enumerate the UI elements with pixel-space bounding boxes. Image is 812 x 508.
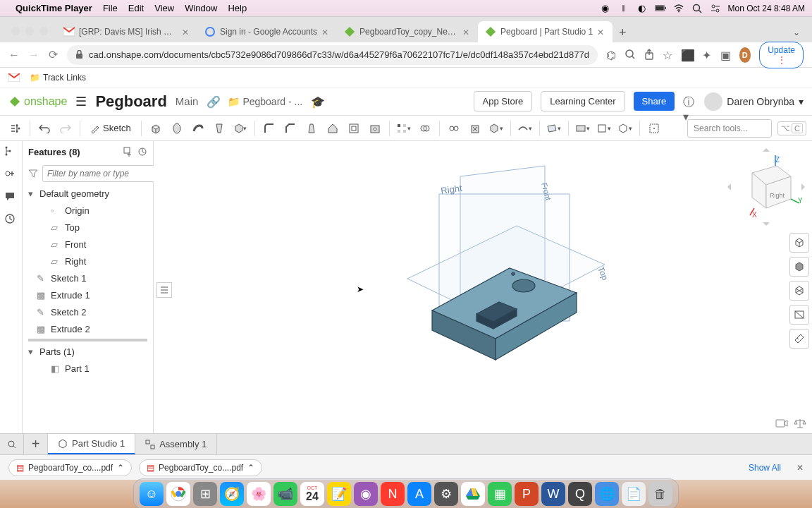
tab-close-icon[interactable]: ✕ bbox=[597, 28, 605, 36]
menu-help[interactable]: Help bbox=[228, 3, 247, 13]
view-measure-button[interactable] bbox=[789, 329, 809, 349]
dock-chrome[interactable] bbox=[166, 482, 190, 506]
dock-word[interactable]: W bbox=[541, 482, 565, 506]
active-app-name[interactable]: QuickTime Player bbox=[16, 3, 92, 13]
zoom-icon[interactable] bbox=[625, 49, 636, 61]
sketch-button[interactable]: Sketch bbox=[85, 120, 137, 136]
dock-quicktime[interactable]: Q bbox=[568, 482, 592, 506]
dock-numbers[interactable]: ▦ bbox=[488, 482, 512, 506]
chamfer-tool-icon[interactable] bbox=[281, 119, 300, 138]
tree-right-plane[interactable]: ▱ Right bbox=[23, 253, 153, 270]
tree-front-plane[interactable]: ▱ Front bbox=[23, 236, 153, 253]
link-icon[interactable]: 🔗 bbox=[207, 95, 219, 108]
dock-facetime[interactable]: 📹 bbox=[273, 482, 297, 506]
dock-podcasts[interactable]: ◉ bbox=[354, 482, 378, 506]
rail-add-icon[interactable] bbox=[4, 168, 18, 182]
tree-origin[interactable]: ◦ Origin bbox=[23, 202, 153, 219]
browser-update-button[interactable]: Update ⋮ bbox=[759, 42, 804, 68]
draft-tool-icon[interactable] bbox=[302, 119, 321, 138]
status-icon-3[interactable]: ◐ bbox=[636, 3, 648, 14]
bookmark-track-links[interactable]: 📁Track Links bbox=[30, 73, 86, 83]
browser-tab-2[interactable]: PegboardToy_copy_Newest_2 ✕ bbox=[337, 21, 478, 42]
view-shaded-button[interactable] bbox=[789, 257, 809, 277]
dock-safari[interactable]: 🧭 bbox=[220, 482, 244, 506]
view-section-button[interactable] bbox=[789, 305, 809, 325]
redo-button[interactable] bbox=[56, 119, 75, 138]
dock-launchpad[interactable]: ⊞ bbox=[193, 482, 217, 506]
frame-tool-icon[interactable]: ▾ bbox=[594, 119, 614, 138]
3d-model-view[interactable]: Right Front Top bbox=[386, 162, 626, 388]
filter-input[interactable] bbox=[42, 165, 159, 182]
view-iso-button[interactable] bbox=[789, 233, 809, 253]
panel-toggle-button[interactable] bbox=[156, 282, 172, 298]
dock-news[interactable]: N bbox=[381, 482, 405, 506]
modify-tool-icon[interactable]: ▾ bbox=[486, 119, 506, 138]
download-item-1[interactable]: ▤ PegboardToy_co....pdf ⌃ bbox=[8, 459, 132, 476]
delete-tool-icon[interactable] bbox=[465, 119, 485, 138]
tree-top-plane[interactable]: ▱ Top bbox=[23, 219, 153, 236]
dock-powerpoint[interactable]: P bbox=[515, 482, 539, 506]
rail-history-icon[interactable] bbox=[4, 213, 18, 227]
view-cube[interactable]: Right Z Y X bbox=[727, 148, 805, 226]
download-item-2[interactable]: ▤ PegboardToy_co....pdf ⌃ bbox=[139, 459, 262, 476]
tab-add-button[interactable]: + bbox=[24, 434, 48, 454]
window-maximize-button[interactable] bbox=[39, 27, 48, 35]
status-icon-2[interactable]: ⦀ bbox=[618, 3, 629, 14]
bookmark-gmail[interactable] bbox=[8, 73, 20, 82]
tab-close-icon[interactable]: ✕ bbox=[182, 28, 190, 36]
sidepanel-icon[interactable]: ▣ bbox=[720, 49, 731, 61]
new-tab-button[interactable]: + bbox=[613, 23, 632, 42]
search-tools-input[interactable]: Search tools... bbox=[687, 119, 772, 138]
control-center-icon[interactable] bbox=[710, 3, 721, 14]
rail-comment-icon[interactable] bbox=[4, 190, 18, 205]
document-title[interactable]: Pegboard bbox=[95, 92, 166, 111]
feature-add-icon[interactable] bbox=[123, 147, 133, 157]
sheet-metal-tool-icon[interactable]: ▾ bbox=[573, 119, 593, 138]
rib-tool-icon[interactable] bbox=[323, 119, 343, 138]
scales-icon[interactable] bbox=[794, 418, 806, 429]
tree-default-geometry[interactable]: ▾ Default geometry bbox=[23, 185, 153, 202]
close-download-bar[interactable]: ✕ bbox=[796, 463, 804, 473]
dock-photos[interactable]: 🌸 bbox=[247, 482, 271, 506]
hamburger-menu-icon[interactable]: ☰ bbox=[75, 94, 87, 109]
folder-breadcrumb[interactable]: 📁Pegboard - ... bbox=[228, 96, 302, 107]
share-button[interactable]: Share bbox=[634, 92, 675, 111]
pattern-tool-icon[interactable]: ▾ bbox=[394, 119, 414, 138]
dock-trash[interactable]: 🗑 bbox=[648, 482, 672, 506]
custom-tool-icon[interactable]: ▾ bbox=[615, 119, 635, 138]
menu-edit[interactable]: Edit bbox=[128, 3, 144, 13]
dock-calendar[interactable]: OCT24 bbox=[300, 482, 324, 506]
dock-settings[interactable]: ⚙ bbox=[434, 482, 458, 506]
user-menu[interactable]: Daren Obrynba ▾ bbox=[704, 92, 804, 111]
extensions-puzzle-icon[interactable]: ✦ bbox=[702, 49, 712, 61]
chevron-up-icon[interactable]: ⌃ bbox=[247, 463, 254, 473]
show-all-downloads[interactable]: Show All bbox=[749, 463, 781, 473]
3d-canvas[interactable]: Right Front Top bbox=[154, 141, 812, 433]
status-icon-1[interactable]: ◉ bbox=[600, 3, 611, 14]
back-button[interactable]: ← bbox=[8, 48, 20, 62]
bookmark-star-icon[interactable]: ☆ bbox=[663, 49, 672, 61]
tree-extrude1[interactable]: ▩ Extrude 1 bbox=[23, 286, 153, 303]
tree-parts-header[interactable]: ▾ Parts (1) bbox=[23, 343, 153, 360]
extension-icon[interactable]: ⬛ bbox=[681, 49, 694, 61]
tab-search-button[interactable] bbox=[0, 434, 24, 454]
tab-close-icon[interactable]: ✕ bbox=[321, 28, 330, 36]
menubar-datetime[interactable]: Mon Oct 24 8:48 AM bbox=[728, 4, 805, 13]
battery-icon[interactable] bbox=[655, 3, 666, 14]
tool-config-icon[interactable] bbox=[6, 119, 25, 138]
reload-button[interactable]: ⟳ bbox=[48, 48, 59, 62]
onshape-logo[interactable]: onshape bbox=[8, 95, 67, 108]
filter-icon[interactable] bbox=[28, 169, 38, 179]
tab-close-icon[interactable]: ✕ bbox=[462, 28, 471, 36]
revolve-tool-icon[interactable] bbox=[167, 119, 187, 138]
education-icon[interactable]: 🎓 bbox=[311, 95, 324, 108]
wifi-icon[interactable] bbox=[673, 3, 684, 14]
tree-part1[interactable]: ◧ Part 1 bbox=[23, 360, 153, 377]
dock-globe[interactable]: 🌐 bbox=[595, 482, 619, 506]
shell-tool-icon[interactable] bbox=[344, 119, 364, 138]
surface-tool-icon[interactable]: ▾ bbox=[515, 119, 535, 138]
camera-icon[interactable] bbox=[775, 418, 788, 429]
menu-window[interactable]: Window bbox=[185, 3, 217, 13]
undo-button[interactable] bbox=[35, 119, 54, 138]
window-close-button[interactable] bbox=[11, 27, 20, 35]
